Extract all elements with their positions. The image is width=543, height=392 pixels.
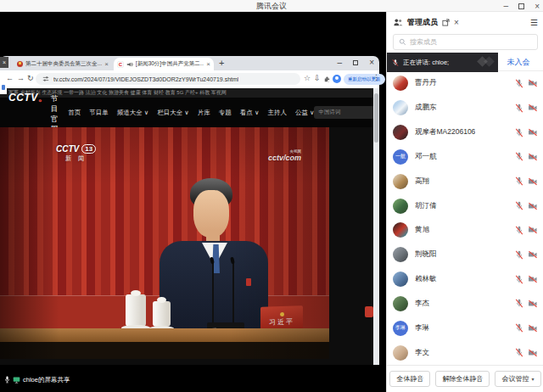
participant-row[interactable]: 一航 邓一航 — [387, 144, 543, 169]
participant-row[interactable]: 荆晓阳 — [387, 243, 543, 267]
popout-icon[interactable] — [442, 19, 450, 26]
mic-muted-icon[interactable] — [515, 348, 523, 357]
camera-off-icon[interactable] — [528, 177, 538, 186]
nav-item-library[interactable]: 片库 — [198, 109, 210, 117]
mic-muted-icon[interactable] — [515, 104, 523, 113]
search-icon — [399, 38, 406, 46]
panel-header: 管理成员 × ☰ — [387, 12, 543, 32]
participant-avatar — [393, 222, 408, 238]
new-tab-button[interactable]: + — [219, 58, 224, 68]
participant-name: 李文 — [415, 348, 429, 358]
tab-audio-icon[interactable] — [126, 61, 133, 68]
meeting-titlebar: 腾讯会议 – × — [0, 0, 543, 12]
nav-item-home[interactable]: 首页 — [68, 109, 81, 117]
member-search-input[interactable]: 搜索成员 — [393, 34, 538, 50]
browser-close-button[interactable]: × — [369, 58, 374, 67]
tab2-close-icon[interactable]: × — [206, 60, 210, 68]
reload-button[interactable]: ↻ — [27, 74, 34, 82]
extensions-icon[interactable] — [323, 76, 331, 83]
participant-row[interactable]: 曹丹丹 — [387, 71, 543, 96]
microphone — [232, 263, 234, 327]
browser-tab-1[interactable]: 第二十届中央委员会第三次全… × — [14, 58, 112, 70]
video-player[interactable]: CCTV13 新 闻 央视网 cctv/com — [0, 127, 329, 359]
participant-row[interactable]: 李文 — [387, 340, 543, 365]
mic-muted-icon[interactable] — [515, 79, 523, 88]
mic-muted-icon[interactable] — [515, 323, 523, 333]
close-button[interactable]: × — [535, 2, 540, 11]
camera-off-icon[interactable] — [528, 226, 538, 234]
camera-off-icon[interactable] — [528, 250, 538, 259]
camera-off-icon[interactable] — [528, 202, 538, 210]
mic-muted-icon[interactable] — [515, 226, 523, 235]
participant-row[interactable]: 高翔 — [387, 169, 543, 193]
floating-widget[interactable] — [365, 306, 373, 317]
tab1-close-icon[interactable]: × — [104, 60, 109, 68]
camera-off-icon[interactable] — [528, 275, 538, 283]
mic-muted-icon[interactable] — [515, 128, 523, 137]
nav-item-programs[interactable]: 栏目大全 ∨ — [157, 109, 189, 117]
nav-item-charity[interactable]: 公益 ∨ — [295, 109, 315, 117]
mic-muted-icon[interactable] — [515, 152, 523, 161]
profile-avatar[interactable] — [333, 75, 341, 83]
member-panel: 管理成员 × ☰ 搜索成员 未入会 正在讲话: chloe; 曹丹丹 — [386, 12, 543, 392]
camera-off-icon[interactable] — [528, 324, 538, 333]
nav-item-channels[interactable]: 频道大全 ∨ — [117, 109, 149, 117]
nav-item-hosts[interactable]: 主持人 — [267, 109, 287, 117]
participant-name: 胡汀倩 — [415, 201, 437, 211]
participant-avatar — [393, 199, 408, 214]
mic-muted-icon[interactable] — [515, 299, 523, 308]
participant-avatar — [393, 247, 408, 262]
members-icon — [393, 18, 403, 26]
background-window-fragment: × — [0, 57, 8, 68]
camera-off-icon[interactable] — [528, 79, 538, 87]
camera-off-icon[interactable] — [528, 104, 538, 112]
mic-muted-icon[interactable] — [515, 201, 523, 210]
participant-avatar — [393, 345, 408, 361]
participant-row[interactable]: 成鹏东 — [387, 96, 543, 120]
browser-menu-icon[interactable]: ⋮ — [372, 73, 380, 81]
browser-maximize-button[interactable] — [353, 60, 358, 65]
minimize-button[interactable]: – — [504, 2, 509, 10]
bookmark-star-icon[interactable]: ☆ — [304, 74, 311, 82]
participant-row[interactable]: 胡汀倩 — [387, 193, 543, 218]
share-badge-label: chloe的屏幕共享 — [23, 376, 70, 384]
nav-item-guide[interactable]: 节目单 — [89, 109, 109, 117]
participant-row[interactable]: 观摩者MA2206106 — [387, 120, 543, 145]
browser-tab-2-active[interactable]: C [新闻30分]中国共产党第二… × — [114, 58, 214, 70]
mute-all-button[interactable]: 全体静音 — [389, 371, 430, 387]
camera-off-icon[interactable] — [528, 128, 538, 137]
participant-row[interactable]: 李杰 — [387, 291, 543, 316]
back-button[interactable]: ← — [6, 74, 14, 82]
browser-minimize-button[interactable]: – — [338, 59, 343, 67]
participant-row[interactable]: 黄旭 — [387, 218, 543, 243]
participant-row[interactable]: 赖林敏 — [387, 267, 543, 292]
cctv-search-input[interactable]: 中国诗词 — [314, 106, 377, 119]
meeting-controls-button[interactable]: 会议管控 ▾ — [495, 371, 540, 387]
tab1-title: 第二十届中央委员会第三次全… — [25, 60, 102, 68]
nav-item-topics[interactable]: 专题 — [219, 109, 232, 117]
participant-avatar — [393, 125, 408, 140]
panel-footer: 全体静音 解除全体静音 会议管控 ▾ — [387, 365, 543, 392]
download-icon[interactable]: ⇩ — [314, 74, 321, 82]
camera-off-icon[interactable] — [528, 300, 538, 308]
tab-not-joined[interactable]: 未入会 — [499, 53, 538, 71]
tab2-favicon-icon: C — [117, 61, 124, 68]
camera-off-icon[interactable] — [528, 153, 538, 161]
participant-name: 黄旭 — [415, 225, 429, 235]
site-settings-icon[interactable] — [42, 76, 49, 82]
screen-share-badge[interactable]: chloe的屏幕共享 — [0, 372, 74, 387]
forward-button[interactable]: → — [17, 74, 25, 82]
member-list: 曹丹丹 成鹏东 观摩者MA2206106 一航 邓一航 高翔 — [387, 71, 543, 365]
participant-row[interactable]: 李琳 李琳 — [387, 316, 543, 340]
mic-muted-icon[interactable] — [515, 275, 523, 284]
mic-muted-icon[interactable] — [515, 176, 523, 186]
panel-close-icon[interactable]: × — [454, 18, 459, 27]
panel-menu-icon[interactable]: ☰ — [530, 18, 538, 27]
unmute-all-button[interactable]: 解除全体静音 — [435, 371, 490, 387]
nav-item-highlights[interactable]: 看点 ∨ — [240, 109, 260, 117]
maximize-button[interactable] — [518, 3, 524, 9]
mic-muted-icon[interactable] — [515, 250, 523, 260]
participant-name: 观摩者MA2206106 — [415, 127, 475, 137]
camera-off-icon[interactable] — [528, 349, 538, 357]
address-bar[interactable]: tv.cctv.com/2024/07/19/VIDEJOSZDT3d0DOR2… — [36, 73, 300, 85]
